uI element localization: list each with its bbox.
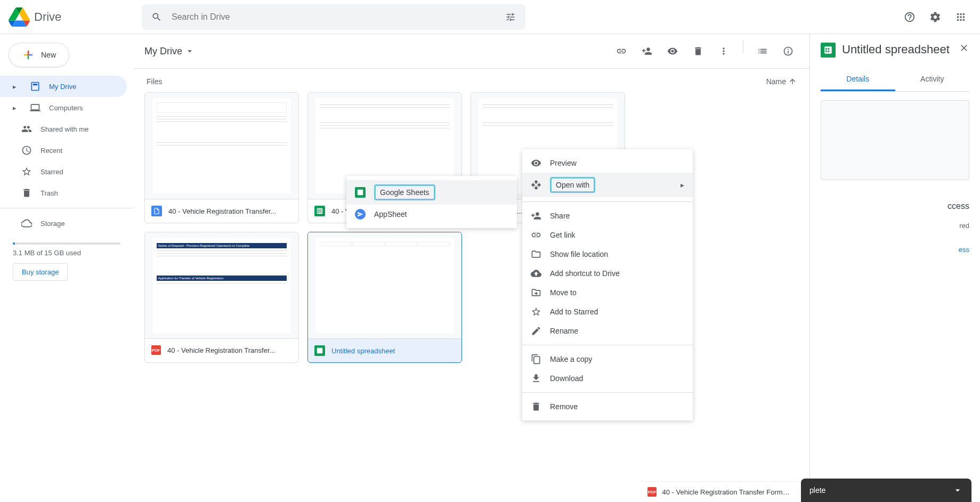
logo-section[interactable]: Drive [9, 6, 142, 28]
logo-text: Drive [34, 10, 61, 24]
details-preview [821, 100, 969, 180]
menu-move-to[interactable]: Move to [522, 283, 693, 302]
chevron-down-icon [184, 46, 195, 56]
menu-label: Share [550, 212, 570, 220]
close-icon[interactable] [959, 43, 969, 53]
search-options-icon[interactable] [500, 6, 521, 28]
appsheet-icon [355, 209, 366, 220]
nav-label: Shared with me [41, 125, 88, 133]
info-icon[interactable] [777, 41, 799, 62]
sort-label: Name [766, 77, 786, 86]
context-menu: Preview Open with ▸ Share Get link Show … [522, 149, 693, 420]
tab-details[interactable]: Details [821, 68, 895, 91]
nav-label: Recent [41, 147, 62, 155]
preview-icon [531, 158, 541, 168]
link-icon[interactable] [611, 41, 632, 62]
menu-make-copy[interactable]: Make a copy [522, 350, 693, 369]
submenu-label: Google Sheets [374, 184, 435, 200]
nav-label: My Drive [49, 83, 76, 91]
people-icon [21, 124, 32, 134]
preview-icon[interactable] [662, 41, 683, 62]
upload-file-row[interactable]: PDF 40 - Vehicle Registration Transfer F… [639, 481, 799, 502]
menu-show-location[interactable]: Show file location [522, 245, 693, 264]
pdf-icon: PDF [647, 487, 657, 497]
menu-open-with[interactable]: Open with ▸ [522, 173, 693, 197]
submenu-appsheet[interactable]: AppSheet [346, 205, 517, 224]
menu-share[interactable]: Share [522, 206, 693, 225]
trash-icon [531, 401, 541, 412]
sort-button[interactable]: Name [766, 77, 797, 86]
menu-remove[interactable]: Remove [522, 397, 693, 416]
menu-rename[interactable]: Rename [522, 321, 693, 341]
upload-status-bar[interactable]: plete [801, 479, 971, 502]
file-thumbnail [308, 232, 461, 339]
move-icon [531, 287, 541, 298]
breadcrumb[interactable]: My Drive [144, 46, 195, 57]
help-icon[interactable] [899, 6, 920, 28]
file-card[interactable]: 40 - Vehicle Registration Transfer... [144, 92, 299, 223]
file-name: 40 - Vehicle Registration Transfer... [167, 346, 275, 354]
submenu-google-sheets[interactable]: Google Sheets [346, 180, 517, 205]
docs-icon [151, 206, 162, 216]
file-name: Untitled spreadsheet [331, 347, 395, 355]
drive-logo-icon [9, 6, 30, 28]
buy-storage-button[interactable]: Buy storage [13, 263, 68, 281]
more-icon[interactable] [713, 41, 734, 62]
sheets-icon [314, 206, 325, 216]
file-card[interactable]: Notice of Disposal - Previous Registered… [144, 232, 299, 363]
content-header: My Drive [134, 34, 809, 69]
storage-section: 3.1 MB of 15 GB used Buy storage [0, 234, 133, 285]
drive-icon [30, 81, 41, 92]
menu-get-link[interactable]: Get link [522, 225, 693, 245]
menu-download[interactable]: Download [522, 369, 693, 388]
sidebar-item-starred[interactable]: Starred [0, 161, 127, 182]
sidebar-item-recent[interactable]: Recent [0, 140, 127, 161]
nav-label: Starred [41, 168, 63, 176]
file-thumbnail: Notice of Disposal - Previous Registered… [145, 232, 298, 339]
tab-activity[interactable]: Activity [895, 68, 970, 91]
search-input[interactable] [167, 12, 500, 22]
search-icon[interactable] [146, 6, 167, 28]
menu-add-starred[interactable]: Add to Starred [522, 302, 693, 321]
settings-icon[interactable] [925, 6, 946, 28]
sidebar-item-mydrive[interactable]: ▸ My Drive [0, 76, 127, 97]
sheets-icon [314, 345, 325, 356]
header-icons [899, 6, 971, 28]
sidebar-item-trash[interactable]: Trash [0, 182, 127, 204]
cloud-icon [21, 218, 32, 229]
open-with-icon [531, 180, 541, 190]
trash-icon [21, 188, 32, 198]
menu-add-shortcut[interactable]: Add shortcut to Drive [522, 264, 693, 283]
breadcrumb-text: My Drive [144, 46, 182, 57]
chevron-right-icon: ▸ [681, 181, 684, 189]
upload-filename: 40 - Vehicle Registration Transfer Form.… [662, 488, 790, 496]
file-card-selected[interactable]: Untitled spreadsheet [307, 232, 462, 363]
apps-icon[interactable] [950, 6, 971, 28]
chevron-down-icon[interactable] [952, 485, 963, 496]
search-bar[interactable] [142, 4, 525, 30]
file-thumbnail [145, 93, 298, 199]
nav-label: Computers [49, 104, 83, 112]
sidebar-item-storage[interactable]: Storage [0, 213, 127, 234]
delete-icon[interactable] [687, 41, 709, 62]
sidebar-item-computers[interactable]: ▸ Computers [0, 97, 127, 118]
files-label: Files [147, 77, 163, 86]
download-icon [531, 373, 541, 384]
shared-text: red [821, 222, 969, 230]
menu-preview[interactable]: Preview [522, 153, 693, 173]
upload-status-text: plete [809, 486, 825, 495]
menu-label: Add to Starred [550, 307, 598, 316]
menu-label: Open with [550, 177, 595, 193]
chevron-right-icon: ▸ [13, 83, 19, 91]
new-button[interactable]: New [9, 43, 69, 67]
list-view-icon[interactable] [752, 41, 773, 62]
link-text[interactable]: ess [821, 246, 969, 254]
sidebar-item-shared[interactable]: Shared with me [0, 118, 127, 140]
shortcut-icon [531, 268, 541, 279]
rename-icon [531, 326, 541, 336]
copy-icon [531, 354, 541, 365]
access-text: ccess [821, 201, 969, 211]
share-icon[interactable] [636, 41, 658, 62]
laptop-icon [30, 102, 41, 113]
sheets-icon [355, 187, 366, 198]
